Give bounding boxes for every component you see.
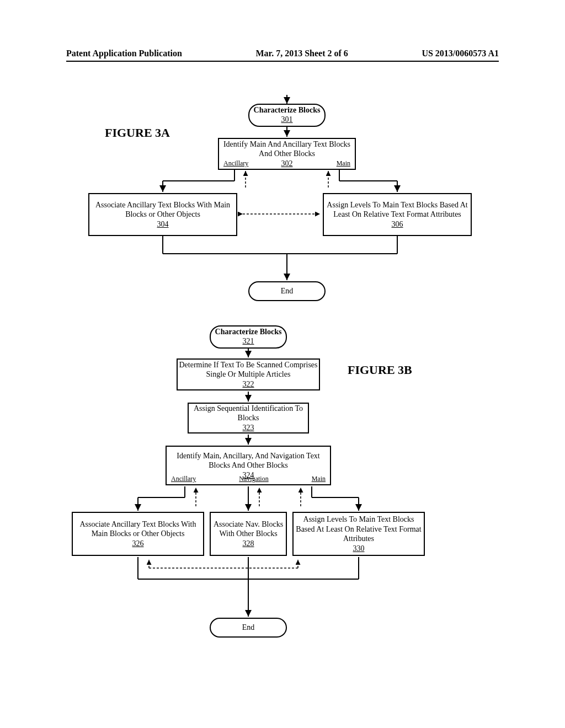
fig3b-step-323: Assign Sequential Identification To Bloc… — [188, 403, 309, 433]
fig3b-end: End — [210, 618, 287, 638]
fig3b-start: Characterize Blocks 321 — [210, 325, 287, 349]
fig3a-end-text: End — [249, 287, 324, 296]
fig3a-306-text: Assign Levels To Main Text Blocks Based … — [324, 200, 471, 220]
fig3a-start-title: Characterize Blocks — [249, 106, 324, 115]
fig3b-step-322: Determine If Text To Be Scanned Comprise… — [177, 358, 320, 390]
header-center: Mar. 7, 2013 Sheet 2 of 6 — [255, 49, 348, 58]
header-right: US 2013/0060573 A1 — [422, 49, 499, 58]
fig3b-322-text: Determine If Text To Be Scanned Comprise… — [178, 360, 319, 379]
fig3a-identify: Identify Main And Ancillary Text Blocks … — [218, 138, 356, 170]
fig3b-start-title: Characterize Blocks — [211, 328, 286, 337]
fig3a-304-num: 304 — [89, 220, 236, 229]
figure-3a-label: FIGURE 3A — [105, 126, 170, 140]
fig3b-326-num: 326 — [73, 539, 203, 549]
fig3b-branch-main: Main — [312, 475, 326, 483]
fig3b-328-text: Associate Nav. Blocks With Other Blocks — [211, 520, 286, 539]
fig3b-branch-ancillary: Ancillary — [171, 475, 196, 483]
fig3b-box-330: Assign Levels To Main Text Blocks Based … — [292, 512, 425, 556]
fig3a-306-num: 306 — [324, 220, 471, 229]
fig3b-330-num: 330 — [294, 544, 424, 554]
fig3a-start: Characterize Blocks 301 — [248, 104, 326, 127]
figure-3b-label: FIGURE 3B — [348, 363, 412, 377]
fig3a-branch-main: Main — [337, 159, 350, 168]
fig3b-326-text: Associate Ancillary Text Blocks With Mai… — [73, 520, 203, 539]
fig3b-identify: Identify Main, Ancillary, And Navigation… — [166, 446, 331, 485]
fig3b-end-text: End — [211, 623, 286, 633]
fig3b-323-text: Assign Sequential Identification To Bloc… — [189, 404, 308, 423]
fig3a-start-num: 301 — [249, 115, 324, 125]
fig3a-box-304: Associate Ancillary Text Blocks With Mai… — [88, 193, 237, 236]
fig3b-box-326: Associate Ancillary Text Blocks With Mai… — [72, 512, 204, 556]
fig3a-branch-ancillary: Ancillary — [223, 159, 248, 168]
header-left: Patent Application Publication — [66, 49, 182, 58]
fig3b-identify-text: Identify Main, Ancillary, And Navigation… — [167, 451, 330, 470]
fig3a-304-text: Associate Ancillary Text Blocks With Mai… — [89, 200, 236, 220]
fig3b-branch-navigation: Navigation — [239, 475, 268, 483]
diagram-canvas: FIGURE 3A Characterize Blocks 301 Identi… — [66, 61, 499, 700]
page-header: Patent Application Publication Mar. 7, 2… — [66, 49, 499, 62]
fig3a-end: End — [248, 281, 326, 301]
fig3a-box-306: Assign Levels To Main Text Blocks Based … — [323, 193, 472, 236]
fig3a-identify-text: Identify Main And Ancillary Text Blocks … — [219, 140, 355, 159]
fig3b-330-text: Assign Levels To Main Text Blocks Based … — [294, 515, 424, 544]
fig3b-322-num: 322 — [178, 379, 319, 389]
fig3b-start-num: 321 — [211, 337, 286, 346]
fig3b-box-328: Associate Nav. Blocks With Other Blocks … — [210, 512, 287, 556]
fig3b-323-num: 323 — [189, 423, 308, 433]
fig3b-328-num: 328 — [211, 539, 286, 549]
